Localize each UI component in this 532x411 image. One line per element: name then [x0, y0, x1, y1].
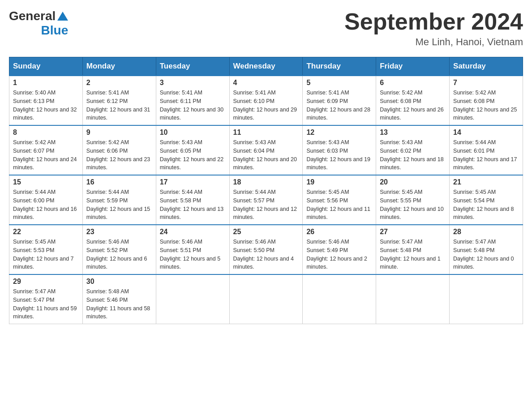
- calendar-cell: 28Sunrise: 5:47 AMSunset: 5:48 PMDayligh…: [450, 225, 523, 274]
- day-number: 9: [86, 128, 152, 137]
- day-number: 13: [380, 128, 446, 137]
- day-info: Sunrise: 5:46 AMSunset: 5:51 PMDaylight:…: [160, 238, 226, 271]
- calendar-cell: 17Sunrise: 5:44 AMSunset: 5:58 PMDayligh…: [156, 175, 229, 225]
- day-info: Sunrise: 5:45 AMSunset: 5:53 PMDaylight:…: [13, 238, 79, 271]
- calendar-cell: 3Sunrise: 5:41 AMSunset: 6:11 PMDaylight…: [156, 76, 229, 125]
- day-number: 28: [453, 228, 519, 236]
- col-saturday: Saturday: [450, 57, 523, 76]
- day-info: Sunrise: 5:41 AMSunset: 6:11 PMDaylight:…: [160, 89, 226, 122]
- day-info: Sunrise: 5:43 AMSunset: 6:04 PMDaylight:…: [233, 138, 299, 172]
- day-info: Sunrise: 5:43 AMSunset: 6:02 PMDaylight:…: [380, 138, 446, 172]
- day-info: Sunrise: 5:44 AMSunset: 5:59 PMDaylight:…: [86, 188, 152, 222]
- day-number: 7: [453, 79, 519, 87]
- calendar-cell: 30Sunrise: 5:48 AMSunset: 5:46 PMDayligh…: [82, 274, 156, 324]
- day-info: Sunrise: 5:45 AMSunset: 5:56 PMDaylight:…: [306, 188, 372, 222]
- day-info: Sunrise: 5:43 AMSunset: 6:05 PMDaylight:…: [160, 138, 226, 172]
- week-row-5: 29Sunrise: 5:47 AMSunset: 5:47 PMDayligh…: [9, 274, 523, 324]
- day-info: Sunrise: 5:42 AMSunset: 6:07 PMDaylight:…: [13, 138, 79, 172]
- calendar-cell: 7Sunrise: 5:42 AMSunset: 6:08 PMDaylight…: [450, 76, 523, 125]
- calendar-cell: [303, 274, 376, 324]
- calendar-header-row: Sunday Monday Tuesday Wednesday Thursday…: [9, 57, 523, 76]
- day-info: Sunrise: 5:47 AMSunset: 5:47 PMDaylight:…: [13, 287, 79, 321]
- day-info: Sunrise: 5:42 AMSunset: 6:08 PMDaylight:…: [453, 89, 519, 122]
- calendar-cell: 29Sunrise: 5:47 AMSunset: 5:47 PMDayligh…: [9, 274, 83, 324]
- calendar-cell: [229, 274, 303, 324]
- calendar-cell: 19Sunrise: 5:45 AMSunset: 5:56 PMDayligh…: [303, 175, 376, 225]
- day-number: 10: [160, 128, 226, 137]
- day-number: 25: [233, 228, 299, 236]
- calendar-cell: 6Sunrise: 5:42 AMSunset: 6:08 PMDaylight…: [376, 76, 450, 125]
- calendar-cell: 8Sunrise: 5:42 AMSunset: 6:07 PMDaylight…: [9, 125, 83, 175]
- day-number: 24: [160, 228, 226, 236]
- logo-blue: Blue: [41, 23, 69, 37]
- day-info: Sunrise: 5:46 AMSunset: 5:49 PMDaylight:…: [306, 238, 372, 271]
- day-number: 26: [306, 228, 372, 236]
- day-number: 6: [380, 79, 446, 87]
- calendar-cell: 14Sunrise: 5:44 AMSunset: 6:01 PMDayligh…: [450, 125, 523, 175]
- day-number: 23: [86, 228, 152, 236]
- calendar-cell: 11Sunrise: 5:43 AMSunset: 6:04 PMDayligh…: [229, 125, 303, 175]
- day-number: 20: [380, 178, 446, 186]
- day-number: 5: [306, 79, 372, 87]
- day-number: 4: [233, 79, 299, 87]
- calendar-cell: 1Sunrise: 5:40 AMSunset: 6:13 PMDaylight…: [9, 76, 83, 125]
- day-info: Sunrise: 5:41 AMSunset: 6:09 PMDaylight:…: [306, 89, 372, 122]
- logo-general: General: [9, 9, 56, 23]
- calendar-cell: 21Sunrise: 5:45 AMSunset: 5:54 PMDayligh…: [450, 175, 523, 225]
- title-block: September 2024 Me Linh, Hanoi, Vietnam: [344, 9, 523, 48]
- calendar-cell: 27Sunrise: 5:47 AMSunset: 5:48 PMDayligh…: [376, 225, 450, 274]
- calendar-cell: [376, 274, 450, 324]
- page-header: General Blue September 2024 Me Linh, Han…: [9, 9, 523, 48]
- day-info: Sunrise: 5:44 AMSunset: 6:00 PMDaylight:…: [13, 188, 79, 222]
- day-info: Sunrise: 5:46 AMSunset: 5:50 PMDaylight:…: [233, 238, 299, 271]
- col-thursday: Thursday: [303, 57, 376, 76]
- day-info: Sunrise: 5:48 AMSunset: 5:46 PMDaylight:…: [86, 287, 152, 321]
- calendar-cell: 20Sunrise: 5:45 AMSunset: 5:55 PMDayligh…: [376, 175, 450, 225]
- calendar-cell: 18Sunrise: 5:44 AMSunset: 5:57 PMDayligh…: [229, 175, 303, 225]
- col-monday: Monday: [82, 57, 156, 76]
- calendar-cell: 9Sunrise: 5:42 AMSunset: 6:06 PMDaylight…: [82, 125, 156, 175]
- day-info: Sunrise: 5:46 AMSunset: 5:52 PMDaylight:…: [86, 238, 152, 271]
- col-sunday: Sunday: [9, 57, 83, 76]
- logo: General Blue: [9, 9, 68, 38]
- day-info: Sunrise: 5:45 AMSunset: 5:54 PMDaylight:…: [453, 188, 519, 222]
- calendar-cell: 22Sunrise: 5:45 AMSunset: 5:53 PMDayligh…: [9, 225, 83, 274]
- day-number: 16: [86, 178, 152, 186]
- day-number: 3: [160, 79, 226, 87]
- calendar-cell: 26Sunrise: 5:46 AMSunset: 5:49 PMDayligh…: [303, 225, 376, 274]
- calendar-cell: 24Sunrise: 5:46 AMSunset: 5:51 PMDayligh…: [156, 225, 229, 274]
- day-info: Sunrise: 5:40 AMSunset: 6:13 PMDaylight:…: [13, 89, 79, 122]
- day-info: Sunrise: 5:45 AMSunset: 5:55 PMDaylight:…: [380, 188, 446, 222]
- calendar-cell: 16Sunrise: 5:44 AMSunset: 5:59 PMDayligh…: [82, 175, 156, 225]
- col-tuesday: Tuesday: [156, 57, 229, 76]
- calendar-table: Sunday Monday Tuesday Wednesday Thursday…: [9, 57, 523, 324]
- day-number: 15: [13, 178, 79, 186]
- week-row-4: 22Sunrise: 5:45 AMSunset: 5:53 PMDayligh…: [9, 225, 523, 274]
- week-row-3: 15Sunrise: 5:44 AMSunset: 6:00 PMDayligh…: [9, 175, 523, 225]
- col-wednesday: Wednesday: [229, 57, 303, 76]
- calendar-cell: [450, 274, 523, 324]
- day-number: 29: [13, 278, 79, 286]
- day-number: 12: [306, 128, 372, 137]
- day-number: 14: [453, 128, 519, 137]
- day-info: Sunrise: 5:44 AMSunset: 5:57 PMDaylight:…: [233, 188, 299, 222]
- calendar-cell: 10Sunrise: 5:43 AMSunset: 6:05 PMDayligh…: [156, 125, 229, 175]
- logo-triangle-icon: [57, 12, 68, 21]
- calendar-cell: 13Sunrise: 5:43 AMSunset: 6:02 PMDayligh…: [376, 125, 450, 175]
- day-info: Sunrise: 5:44 AMSunset: 5:58 PMDaylight:…: [160, 188, 226, 222]
- day-number: 22: [13, 228, 79, 236]
- day-number: 19: [306, 178, 372, 186]
- day-number: 30: [86, 278, 152, 286]
- week-row-1: 1Sunrise: 5:40 AMSunset: 6:13 PMDaylight…: [9, 76, 523, 125]
- day-info: Sunrise: 5:47 AMSunset: 5:48 PMDaylight:…: [380, 238, 446, 271]
- svg-marker-0: [57, 12, 68, 21]
- day-number: 17: [160, 178, 226, 186]
- day-number: 8: [13, 128, 79, 137]
- calendar-cell: 2Sunrise: 5:41 AMSunset: 6:12 PMDaylight…: [82, 76, 156, 125]
- calendar-cell: 23Sunrise: 5:46 AMSunset: 5:52 PMDayligh…: [82, 225, 156, 274]
- day-number: 21: [453, 178, 519, 186]
- month-title: September 2024: [344, 9, 523, 34]
- day-info: Sunrise: 5:44 AMSunset: 6:01 PMDaylight:…: [453, 138, 519, 172]
- day-number: 18: [233, 178, 299, 186]
- calendar-cell: 5Sunrise: 5:41 AMSunset: 6:09 PMDaylight…: [303, 76, 376, 125]
